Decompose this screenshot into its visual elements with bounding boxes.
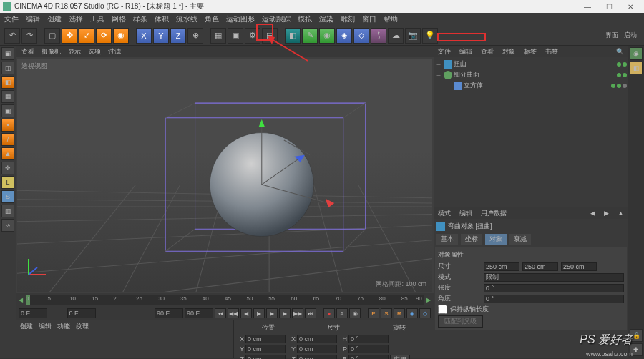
menu-pipeline[interactable]: 流水线 <box>176 14 197 24</box>
object-manager[interactable]: – 扭曲 – 细分曲面 立方体 <box>434 57 628 207</box>
render-pv[interactable]: ▣ <box>228 28 243 44</box>
axis-x-lock[interactable]: X <box>136 28 152 44</box>
object-name-cube[interactable]: 立方体 <box>464 81 610 90</box>
point-mode[interactable]: • <box>1 119 14 132</box>
tweak-mode[interactable]: ⟐ <box>1 219 14 232</box>
attr-tab-basic[interactable]: 基本 <box>436 234 458 245</box>
rb-2[interactable]: ◧ <box>630 62 643 74</box>
key-pla[interactable]: ◇ <box>419 308 431 318</box>
object-row-sds[interactable]: – 细分曲面 <box>435 69 627 80</box>
fit-to-parent-button[interactable]: 匹配到父级 <box>438 315 483 328</box>
coord-z-pos[interactable] <box>245 355 286 359</box>
vp-view[interactable]: 查看 <box>21 47 34 56</box>
om-bookmarks[interactable]: 书签 <box>545 47 558 56</box>
coord-x-rot[interactable] <box>348 335 389 343</box>
next-frame[interactable]: ▶ <box>279 308 291 318</box>
menu-character[interactable]: 角色 <box>205 14 219 24</box>
rb-1[interactable]: ◉ <box>630 47 643 60</box>
next-key[interactable]: ▶▶ <box>292 308 303 318</box>
render-region[interactable]: ▤ <box>262 28 278 44</box>
environment[interactable]: ☁ <box>388 28 404 44</box>
prev-frame[interactable]: ◀ <box>240 308 252 318</box>
minimize-button[interactable]: — <box>577 3 598 11</box>
camera[interactable]: 📷 <box>405 28 421 44</box>
om-view[interactable]: 查看 <box>481 47 494 56</box>
polygon-mode[interactable]: ▲ <box>1 147 14 160</box>
key-pos[interactable]: P <box>368 308 379 318</box>
goto-end[interactable]: ⏭ <box>305 308 316 318</box>
om-search-icon[interactable]: 🔍 <box>616 48 624 55</box>
attr-keep-checkbox[interactable] <box>438 305 447 314</box>
menu-create[interactable]: 创建 <box>47 14 62 24</box>
layout-value[interactable]: 启动 <box>624 31 637 40</box>
am-up-icon[interactable]: ▲ <box>618 210 624 217</box>
maximize-button[interactable]: ☐ <box>598 3 620 11</box>
redo-button[interactable]: ↷ <box>21 28 37 44</box>
vp-display[interactable]: 显示 <box>68 47 81 56</box>
attr-strength-val[interactable]: 0 ° <box>484 284 624 292</box>
am-back-icon[interactable]: ◀ <box>590 210 595 217</box>
attr-tab-coord[interactable]: 坐标 <box>461 234 482 245</box>
axis-z-lock[interactable]: Z <box>170 28 186 44</box>
object-row-cube[interactable]: 立方体 <box>435 80 627 91</box>
material-panel[interactable]: 创建 编辑 功能 纹理 <box>16 320 233 358</box>
play-back[interactable]: ▶ <box>253 308 265 318</box>
recent-tool[interactable]: ◉ <box>113 28 129 44</box>
close-button[interactable]: ✕ <box>620 3 641 11</box>
enable-axis[interactable]: L <box>1 176 14 189</box>
mat-tab-create[interactable]: 创建 <box>20 322 33 331</box>
light[interactable]: 💡 <box>422 28 438 44</box>
attr-size-x[interactable]: 250 cm <box>484 262 519 271</box>
mat-tab-edit[interactable]: 编辑 <box>39 322 52 331</box>
deformer-bend[interactable]: ⟆ <box>371 28 386 44</box>
generator[interactable]: ◈ <box>336 28 352 44</box>
goto-start[interactable]: ⏮ <box>215 308 226 318</box>
om-edit[interactable]: 编辑 <box>459 47 472 56</box>
om-tags[interactable]: 标签 <box>524 47 537 56</box>
coord-apply[interactable]: 应用 <box>390 355 410 359</box>
menu-tracking[interactable]: 运动跟踪 <box>262 14 291 24</box>
autokey[interactable]: A <box>336 308 348 318</box>
attr-size-y[interactable]: 250 cm <box>522 262 558 271</box>
scale-tool[interactable]: ⤢ <box>79 28 94 44</box>
am-edit[interactable]: 编辑 <box>459 209 472 218</box>
prev-key[interactable]: ◀◀ <box>228 308 239 318</box>
attr-mode-val[interactable]: 限制 <box>484 273 624 282</box>
layout-label[interactable]: 界面 <box>605 31 618 40</box>
coord-y-size[interactable] <box>297 345 337 353</box>
timeline-ruler[interactable]: ◀ 0 5 10 15 20 25 30 35 40 45 50 55 60 6… <box>16 293 434 306</box>
coord-system[interactable]: ⊕ <box>187 28 203 44</box>
menu-render[interactable]: 渲染 <box>319 14 333 24</box>
am-fwd-icon[interactable]: ▶ <box>604 210 609 217</box>
object-name-sds[interactable]: 细分曲面 <box>454 70 615 79</box>
attr-angle-val[interactable]: 0 ° <box>484 295 624 303</box>
workplane-mode[interactable]: ▣ <box>1 104 14 117</box>
menu-volume[interactable]: 体积 <box>155 14 169 24</box>
axis-y-lock[interactable]: Y <box>153 28 169 44</box>
make-editable[interactable]: ▣ <box>1 47 14 60</box>
coord-x-pos[interactable] <box>245 335 286 343</box>
object-mode[interactable]: ◧ <box>1 76 14 89</box>
menu-mesh[interactable]: 网格 <box>112 14 126 24</box>
menu-file[interactable]: 文件 <box>4 14 19 24</box>
om-file[interactable]: 文件 <box>438 47 451 56</box>
om-object[interactable]: 对象 <box>502 47 515 56</box>
vp-options[interactable]: 选项 <box>88 47 101 56</box>
mat-tab-func[interactable]: 功能 <box>57 322 70 331</box>
coord-y-rot[interactable] <box>348 345 389 353</box>
object-name-bend[interactable]: 扭曲 <box>454 59 615 69</box>
key-scale[interactable]: S <box>381 308 392 318</box>
key-rot[interactable]: R <box>394 308 405 318</box>
key-param[interactable]: ◈ <box>406 308 418 318</box>
primitive-cube[interactable]: ◧ <box>285 28 301 44</box>
mat-tab-tex[interactable]: 纹理 <box>76 322 89 331</box>
frame-current[interactable]: 0 F <box>67 308 96 318</box>
object-row-bend[interactable]: – 扭曲 <box>435 59 627 69</box>
menu-help[interactable]: 帮助 <box>384 14 398 24</box>
move-tool[interactable]: ✥ <box>62 28 77 44</box>
viewport-perspective[interactable]: 透视视图 <box>17 59 432 292</box>
axis-mode[interactable]: ✛ <box>1 162 14 174</box>
select-tool[interactable]: ▢ <box>44 28 60 44</box>
key-selection[interactable]: ◉ <box>349 308 361 318</box>
frame-end[interactable]: 90 F <box>155 308 183 318</box>
